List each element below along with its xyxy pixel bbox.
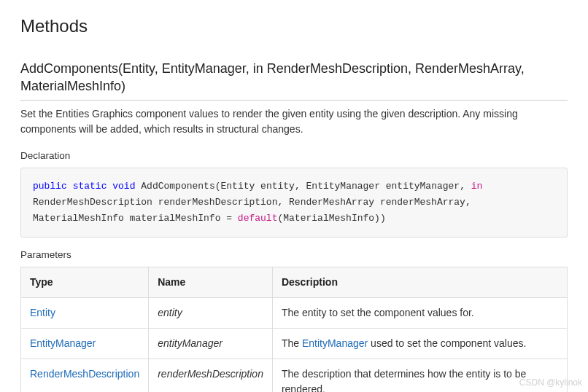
param-desc: The entity to set the component values f…: [272, 298, 567, 329]
table-row: EntityManagerentityManagerThe EntityMana…: [21, 329, 568, 359]
sig1: (Entity entity, EntityManager entityMana…: [215, 181, 471, 192]
keyword-in: in: [471, 181, 483, 192]
declaration-label: Declaration: [20, 149, 568, 163]
table-row: RenderMeshDescriptionrenderMeshDescripti…: [21, 359, 568, 392]
type-link[interactable]: RenderMeshDescription: [30, 368, 139, 380]
keyword-static: static: [73, 181, 107, 192]
parameters-label: Parameters: [20, 248, 568, 262]
header-name: Name: [149, 267, 273, 298]
table-header-row: Type Name Description: [21, 267, 568, 298]
code-block: public static void AddComponents(Entity …: [20, 168, 568, 238]
parameters-table: Type Name Description EntityentityThe en…: [20, 267, 568, 392]
desc-link[interactable]: EntityManager: [302, 337, 368, 349]
keyword-void: void: [112, 181, 135, 192]
table-row: EntityentityThe entity to set the compon…: [21, 298, 568, 329]
method-description: Set the Entities Graphics component valu…: [20, 106, 568, 137]
header-type: Type: [21, 267, 149, 298]
header-desc: Description: [272, 267, 567, 298]
watermark: CSDN @kylinok: [519, 376, 582, 389]
type-link[interactable]: EntityManager: [30, 337, 96, 349]
type-link[interactable]: Entity: [30, 307, 55, 318]
keyword-public: public: [33, 181, 67, 192]
method-name: AddComponents: [141, 181, 214, 192]
method-heading: AddComponents(Entity, EntityManager, in …: [20, 60, 568, 101]
param-name: entityManager: [149, 329, 273, 359]
section-heading: Methods: [20, 13, 568, 39]
param-desc: The EntityManager used to set the compon…: [272, 329, 567, 359]
keyword-default: default: [238, 213, 278, 224]
sig3: (MaterialMeshInfo)): [277, 213, 385, 224]
param-name: entity: [149, 298, 273, 329]
param-name: renderMeshDescription: [149, 359, 273, 392]
